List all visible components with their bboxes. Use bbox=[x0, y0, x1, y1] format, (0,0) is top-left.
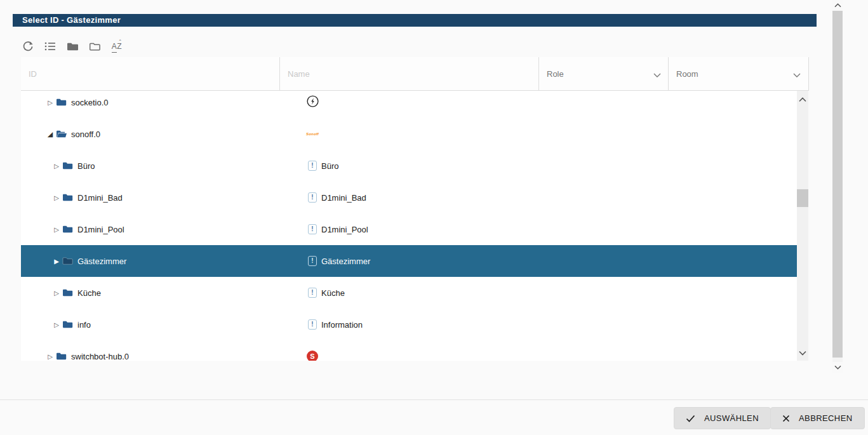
object-id-label: switchbot-hub.0 bbox=[71, 352, 129, 361]
cancel-button[interactable]: ABBRECHEN bbox=[770, 407, 865, 429]
name-filter-input[interactable] bbox=[280, 57, 538, 91]
folder-icon bbox=[62, 193, 73, 202]
page-scrollbar[interactable] bbox=[832, 0, 843, 373]
folder-icon bbox=[62, 288, 73, 297]
chevron-down-icon bbox=[653, 69, 661, 80]
scroll-down-icon[interactable] bbox=[799, 347, 806, 358]
sort-az-button[interactable]: AZ ˆ bbox=[109, 38, 125, 55]
object-name-label: Büro bbox=[321, 161, 338, 171]
folder-closed-icon bbox=[67, 42, 79, 51]
scroll-up-icon[interactable] bbox=[799, 93, 806, 105]
tree-row[interactable]: ▷ Büro ! Büro bbox=[21, 150, 797, 182]
refresh-button[interactable] bbox=[20, 38, 36, 55]
socketio-icon bbox=[307, 95, 319, 110]
expander-icon[interactable]: ◢ bbox=[46, 130, 54, 138]
expander-icon[interactable]: ▷ bbox=[46, 99, 54, 106]
tree-row[interactable]: ▷ D1mini_Bad ! D1mini_Bad bbox=[21, 182, 797, 213]
cancel-button-label: ABBRECHEN bbox=[799, 413, 853, 423]
folder-icon bbox=[62, 225, 73, 234]
object-id-label: Gästezimmer bbox=[77, 257, 126, 266]
object-id-label: info bbox=[77, 320, 91, 330]
switchbot-icon: S bbox=[307, 351, 318, 361]
object-id-label: sonoff.0 bbox=[71, 130, 100, 139]
tree-row[interactable]: ▷ socketio.0 bbox=[21, 91, 797, 118]
object-tree: ▷ socketio.0 ◢ sonoff.0 Sonoff ▷ Büro ! … bbox=[21, 91, 797, 361]
list-view-button[interactable] bbox=[42, 38, 58, 55]
refresh-icon bbox=[22, 41, 34, 52]
tree-row[interactable]: ▷ switchbot-hub.0 S bbox=[21, 340, 797, 361]
tree-scrollbar[interactable] bbox=[797, 91, 808, 361]
expander-icon[interactable]: ▷ bbox=[46, 353, 54, 360]
exclamation-icon: ! bbox=[308, 224, 317, 234]
folder-icon bbox=[56, 98, 67, 107]
sonoff-logo: Sonoff bbox=[306, 132, 319, 136]
folder-icon bbox=[62, 161, 73, 170]
object-name-label: Information bbox=[321, 320, 363, 330]
object-name-label: D1mini_Bad bbox=[321, 193, 366, 203]
list-view-icon bbox=[44, 41, 56, 51]
tree-row[interactable]: ▷ Küche ! Küche bbox=[21, 277, 797, 309]
expander-icon[interactable]: ▷ bbox=[53, 194, 60, 201]
tree-toolbar: AZ ˆ bbox=[20, 37, 125, 55]
folder-icon bbox=[56, 352, 67, 361]
sort-az-icon: AZ ˆ bbox=[112, 43, 122, 50]
select-button[interactable]: AUSWÄHLEN bbox=[674, 407, 771, 429]
object-name-label: Gästezimmer bbox=[321, 257, 370, 266]
checkmark-icon bbox=[686, 415, 695, 422]
filter-header: Role Room bbox=[21, 57, 809, 91]
tree-scrollbar-thumb[interactable] bbox=[797, 189, 808, 207]
object-id-label: Küche bbox=[77, 288, 101, 298]
folder-icon bbox=[56, 130, 67, 138]
exclamation-icon: ! bbox=[308, 288, 317, 298]
dialog-footer: AUSWÄHLEN ABBRECHEN bbox=[0, 400, 868, 435]
object-name-label: D1mini_Pool bbox=[321, 225, 368, 234]
folder-icon bbox=[62, 257, 73, 265]
expander-icon[interactable]: ▷ bbox=[53, 226, 60, 233]
exclamation-icon: ! bbox=[308, 256, 317, 266]
object-id-label: D1mini_Pool bbox=[77, 225, 124, 234]
exclamation-icon: ! bbox=[308, 192, 317, 203]
close-icon bbox=[782, 415, 790, 422]
tree-row[interactable]: ▷ D1mini_Pool ! D1mini_Pool bbox=[21, 213, 797, 245]
tree-row[interactable]: ▶ Gästezimmer ! Gästezimmer bbox=[21, 245, 797, 277]
role-filter-label: Role bbox=[547, 69, 564, 79]
tree-row[interactable]: ▷ info ! Information bbox=[21, 309, 797, 340]
tree-row[interactable]: ◢ sonoff.0 Sonoff bbox=[21, 118, 797, 150]
select-id-dialog: Select ID - Gästezimmer AZ ˆ bbox=[0, 0, 868, 435]
collapse-all-button[interactable] bbox=[64, 38, 81, 55]
scroll-down-icon[interactable] bbox=[832, 362, 843, 373]
expander-icon[interactable]: ▷ bbox=[53, 290, 60, 297]
dialog-title: Select ID - Gästezimmer bbox=[13, 14, 817, 27]
id-filter-input[interactable] bbox=[21, 57, 279, 91]
room-filter-select[interactable]: Room bbox=[669, 57, 808, 91]
expander-icon[interactable]: ▷ bbox=[53, 163, 60, 170]
select-button-label: AUSWÄHLEN bbox=[704, 413, 759, 423]
object-id-label: socketio.0 bbox=[71, 98, 109, 107]
folder-open-icon bbox=[89, 42, 101, 51]
page-scrollbar-thumb[interactable] bbox=[832, 11, 843, 358]
exclamation-icon: ! bbox=[308, 319, 317, 330]
folder-icon bbox=[62, 320, 73, 329]
room-filter-label: Room bbox=[676, 69, 698, 79]
expand-all-button[interactable] bbox=[86, 38, 103, 55]
expander-icon[interactable]: ▶ bbox=[53, 258, 60, 265]
scroll-up-icon[interactable] bbox=[832, 0, 843, 11]
object-id-label: Büro bbox=[77, 161, 95, 171]
expander-icon[interactable]: ▷ bbox=[53, 321, 60, 328]
object-name-label: Küche bbox=[321, 288, 345, 298]
role-filter-select[interactable]: Role bbox=[539, 57, 668, 91]
object-id-label: D1mini_Bad bbox=[77, 193, 123, 203]
exclamation-icon: ! bbox=[308, 161, 317, 171]
chevron-down-icon bbox=[793, 69, 801, 80]
